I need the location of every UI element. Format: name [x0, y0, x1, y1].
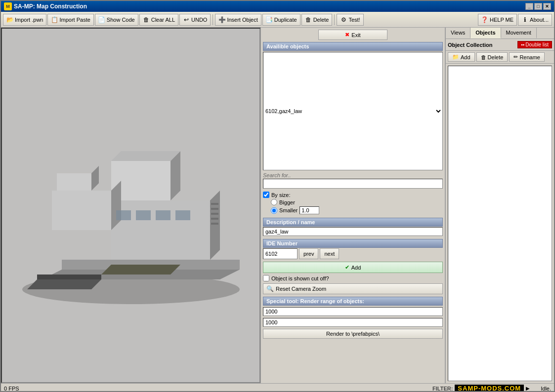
cutoff-row: Object is shown cut off? [263, 275, 443, 281]
filter-text: FILTER: [432, 386, 453, 392]
ide-input[interactable] [263, 248, 298, 259]
close-button[interactable]: ✕ [543, 3, 551, 10]
delete-icon: 🗑 [305, 16, 312, 23]
viewport-background [2, 29, 259, 382]
import-paste-button[interactable]: 📋 Import Paste [47, 14, 93, 26]
collection-add-icon: 📁 [452, 54, 459, 60]
collection-rename-button[interactable]: ✏ Rename [509, 52, 545, 62]
svg-marker-6 [210, 191, 220, 260]
undo-button[interactable]: ↩ UNDO [179, 14, 211, 26]
tab-movement[interactable]: Movement [501, 28, 537, 39]
exit-button[interactable]: ✖ Exit [318, 30, 387, 40]
toolbar-separator-1 [213, 14, 213, 25]
svg-marker-11 [111, 151, 180, 161]
tab-views[interactable]: Views [446, 28, 470, 39]
next-button[interactable]: next [320, 248, 339, 259]
building-render [12, 92, 250, 319]
smaller-radio[interactable] [271, 207, 277, 214]
import-pwn-button[interactable]: 📂 Import .pwn [3, 14, 46, 26]
double-list-label: Double list [525, 42, 549, 47]
bigger-radio[interactable] [271, 199, 277, 205]
render-range-2-input[interactable] [263, 318, 443, 327]
maximize-button[interactable]: □ [534, 3, 542, 10]
filter-icon: ▶ [526, 386, 530, 391]
3d-viewport[interactable] [1, 28, 260, 383]
collection-add-button[interactable]: 📁 Add [448, 52, 475, 62]
size-filter: By size: Bigger Smaller [263, 191, 443, 215]
reset-camera-button[interactable]: 🔍 Reset Camera Zoom [263, 283, 443, 294]
svg-marker-7 [111, 200, 210, 260]
import-paste-icon: 📋 [51, 16, 58, 23]
ide-row: prev next [263, 248, 443, 259]
object-list[interactable]: 6086,lodoffvencp_law0:6087,offven01_law6… [263, 52, 443, 170]
svg-marker-14 [52, 191, 111, 230]
by-size-checkbox[interactable] [263, 192, 269, 198]
collection-list[interactable] [448, 66, 552, 381]
duplicate-button[interactable]: 📑 Duplicate [262, 14, 300, 26]
render-label: Render to \prefabpics\ [326, 331, 380, 337]
collection-action-bar: 📁 Add 🗑 Delete ✏ Rename [446, 51, 554, 64]
svg-rect-25 [211, 218, 218, 220]
svg-rect-19 [136, 210, 151, 220]
object-collection-label: Object Collection [448, 42, 517, 48]
by-size-label: By size: [271, 192, 291, 198]
insert-object-button[interactable]: ➕ Insert Object [215, 14, 261, 26]
help-icon: ❓ [481, 16, 488, 23]
search-area: Search for.. [263, 172, 443, 189]
reset-camera-label: Reset Camera Zoom [276, 286, 326, 292]
test-button[interactable]: ⚙ Test! [337, 14, 363, 26]
svg-marker-28 [37, 274, 101, 279]
bigger-label: Bigger [279, 199, 295, 205]
reset-camera-icon: 🔍 [266, 285, 274, 292]
render-range-1-input[interactable] [263, 307, 443, 316]
svg-rect-20 [156, 210, 171, 220]
exit-label: Exit [351, 32, 360, 38]
about-icon: ℹ [521, 16, 528, 23]
svg-marker-27 [27, 279, 101, 289]
cutoff-checkbox[interactable] [263, 275, 269, 281]
svg-rect-21 [175, 210, 190, 220]
size-value-input[interactable] [299, 206, 319, 214]
duplicate-icon: 📑 [266, 16, 273, 23]
bigger-row: Bigger [271, 199, 443, 205]
clear-all-button[interactable]: 🗑 Clear ALL [139, 14, 178, 26]
collection-delete-icon: 🗑 [481, 54, 486, 60]
clear-all-icon: 🗑 [143, 16, 150, 23]
smaller-row: Smaller [271, 206, 443, 214]
prev-button[interactable]: prev [299, 248, 318, 259]
description-input[interactable] [263, 227, 443, 236]
about-button[interactable]: ℹ About... [518, 14, 552, 26]
insert-object-icon: ➕ [218, 16, 225, 23]
toolbar-right: ❓ HELP ME ℹ About... [478, 14, 552, 26]
tab-objects[interactable]: Objects [470, 28, 501, 39]
search-input[interactable] [263, 179, 443, 189]
object-collection-header: Object Collection ▪▪ Double list [446, 39, 554, 51]
collection-delete-button[interactable]: 🗑 Delete [476, 52, 508, 62]
exit-icon: ✖ [345, 32, 349, 38]
title-bar: M SA-MP: Map Construction _ □ ✕ [1, 1, 554, 12]
collection-delete-label: Delete [488, 54, 504, 60]
collection-rename-label: Rename [519, 54, 540, 60]
show-code-button[interactable]: 📄 Show Code [95, 14, 138, 26]
double-list-button[interactable]: ▪▪ Double list [517, 41, 552, 48]
ide-number-label: IDE Number [263, 239, 443, 248]
special-tool-label: Special tool: Render range of objects: [263, 297, 443, 306]
add-button[interactable]: ✔ Add [263, 262, 443, 273]
app-icon: M [4, 2, 12, 10]
smaller-label: Smaller [279, 207, 298, 213]
cutoff-label: Object is shown cut off? [271, 275, 329, 281]
delete-button[interactable]: 🗑 Delete [301, 14, 333, 26]
svg-marker-17 [57, 173, 91, 191]
svg-rect-23 [211, 208, 218, 210]
exit-button-area: ✖ Exit [261, 28, 445, 42]
minimize-button[interactable]: _ [525, 3, 533, 10]
svg-marker-16 [91, 166, 99, 191]
svg-marker-3 [101, 265, 180, 274]
collection-add-label: Add [461, 54, 470, 60]
available-objects-label: Availible objects [263, 42, 443, 51]
object-list-container: 6086,lodoffvencp_law0:6087,offven01_law6… [263, 52, 443, 170]
render-button[interactable]: Render to \prefabpics\ [263, 329, 443, 339]
test-icon: ⚙ [340, 16, 347, 23]
help-button[interactable]: ❓ HELP ME [478, 14, 517, 26]
description-label: Description / name [263, 218, 443, 227]
